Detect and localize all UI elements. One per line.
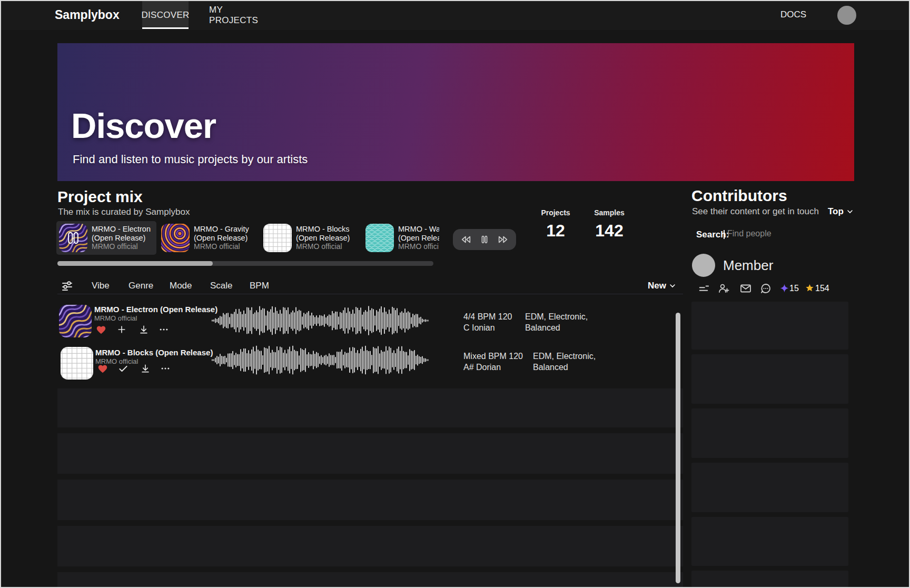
sparkle-count: 15 [789,284,799,293]
top-nav: Samplybox DISCOVER MY PROJECTS DOCS [1,1,909,30]
project-card-release: (Open Release) [92,234,151,243]
chat-icon[interactable] [759,282,772,295]
list-scrollbar-thumb[interactable] [676,313,680,583]
mail-icon[interactable] [739,282,752,295]
filter-bpm[interactable]: BPM [250,281,269,291]
pause-button[interactable] [479,234,490,245]
filter-mode[interactable]: Mode [170,281,192,291]
contributor-card-placeholder [691,408,848,458]
chevron-down-icon [846,207,854,216]
track-meta-bpm: 4/4 BPM 120 [463,312,512,322]
add-icon[interactable] [116,324,127,335]
track-title: MRMO - Blocks (Open Release) [95,348,213,357]
track-row-placeholder [57,433,683,474]
tab-my-projects[interactable]: MY PROJECTS [209,1,270,29]
download-icon[interactable] [139,324,149,335]
contributor-card-placeholder [691,354,848,404]
contributor-card-placeholder [691,302,848,350]
project-card-release: (Open Relea [398,234,439,243]
contributor-card-placeholder [691,571,848,587]
favorite-icon[interactable] [97,363,108,374]
user-avatar[interactable] [837,6,856,25]
track-meta-bpm: Mixed BPM 120 [463,352,523,361]
brand-logo[interactable]: Samplybox [55,8,120,22]
sort-lines-icon[interactable] [698,283,709,295]
carousel-scrollbar-thumb[interactable] [57,261,213,266]
added-check-icon[interactable] [118,363,128,374]
waveform[interactable] [212,304,429,337]
filter-genre[interactable]: Genre [128,281,153,291]
star-count: 154 [815,284,829,293]
project-card-title: MRMO - Blocks [296,225,350,234]
project-card-electron[interactable]: MRMO - Electron (Open Release) MRMO offi… [56,221,156,255]
tab-discover-label: DISCOVER [141,10,189,21]
contributors-title: Contributors [691,187,787,205]
album-art-electron [59,224,87,252]
contributor-card-placeholder [691,463,848,512]
contributor-card-placeholder [691,517,848,566]
track-artist: MRMO official [94,314,137,322]
project-card-blocks[interactable]: MRMO - Blocks (Open Release) MRMO offici… [261,221,361,255]
projects-stat-value: 12 [532,221,579,241]
track-tags-2: Balanced [533,363,568,372]
hero-banner: Discover Find and listen to music projec… [57,43,854,181]
project-carousel: MRMO - Electron (Open Release) MRMO offi… [56,221,439,256]
app-window: Samplybox DISCOVER MY PROJECTS DOCS Disc… [0,0,910,588]
list-divider [57,294,683,294]
docs-link[interactable]: DOCS [780,9,806,20]
album-art-waves [365,224,394,252]
project-card-waves[interactable]: MRMO - Wa (Open Relea MRMO offici [363,221,439,255]
more-options-icon[interactable] [159,326,169,333]
project-card-release: (Open Release) [296,234,350,243]
track-row-placeholder [57,388,683,427]
contributor-search-input[interactable] [726,228,792,239]
chevron-down-icon [668,282,677,290]
sparkle-icon [779,283,789,295]
contributors-sort-label: Top [828,206,844,217]
tab-discover[interactable]: DISCOVER [142,1,189,29]
member-avatar[interactable] [692,254,715,277]
carousel-scrollbar-track[interactable] [57,261,433,266]
list-sort-label: New [648,281,666,291]
project-card-artist: MRMO official [194,242,249,251]
filter-sliders-icon[interactable] [60,278,74,292]
page-subtitle: Find and listen to music projects by our… [73,153,308,166]
member-name[interactable]: Member [723,257,773,274]
projects-stat-label: Projects [532,208,579,217]
track-art-electron [59,305,92,337]
project-card-release: (Open Release) [194,234,249,243]
project-card-title: MRMO - Wa [398,225,439,234]
waveform[interactable] [212,344,429,376]
more-options-icon[interactable] [160,365,171,372]
download-icon[interactable] [140,363,151,374]
project-card-gravity[interactable]: MRMO - Gravity (Open Release) MRMO offic… [159,221,259,255]
project-mix-subtitle: The mix is curated by Samplybox [58,207,190,217]
tab-my-projects-label: MY PROJECTS [209,5,270,26]
track-row-placeholder [57,480,683,520]
track-meta-key: C Ionian [463,323,495,333]
track-row-placeholder [57,526,683,566]
project-card-title: MRMO - Electron [92,225,151,234]
mix-player [453,229,516,250]
project-card-title: MRMO - Gravity [194,225,249,234]
filter-scale[interactable]: Scale [210,281,233,291]
samples-stat-label: Samples [586,208,633,217]
rewind-button[interactable] [460,234,472,245]
track-title: MRMO - Electron (Open Release) [94,305,217,314]
contributors-subtitle: See their content or get in touch [692,206,819,217]
list-sort-dropdown[interactable]: New [648,281,677,291]
add-user-icon[interactable] [717,282,730,295]
fast-forward-button[interactable] [497,234,509,245]
track-art-blocks [61,347,93,380]
track-tags-2: Balanced [525,323,560,333]
project-card-artist: MRMO official [92,242,151,251]
samples-stat-value: 142 [586,221,633,241]
project-mix-title: Project mix [57,188,143,206]
track-tags-1: EDM, Electronic, [533,352,596,361]
track-meta-key: A# Dorian [463,363,501,372]
project-card-artist: MRMO offici [398,242,439,251]
filter-vibe[interactable]: Vibe [92,281,110,291]
favorite-icon[interactable] [95,324,107,335]
project-card-artist: MRMO official [296,242,350,251]
contributors-sort-dropdown[interactable]: Top [828,206,854,217]
